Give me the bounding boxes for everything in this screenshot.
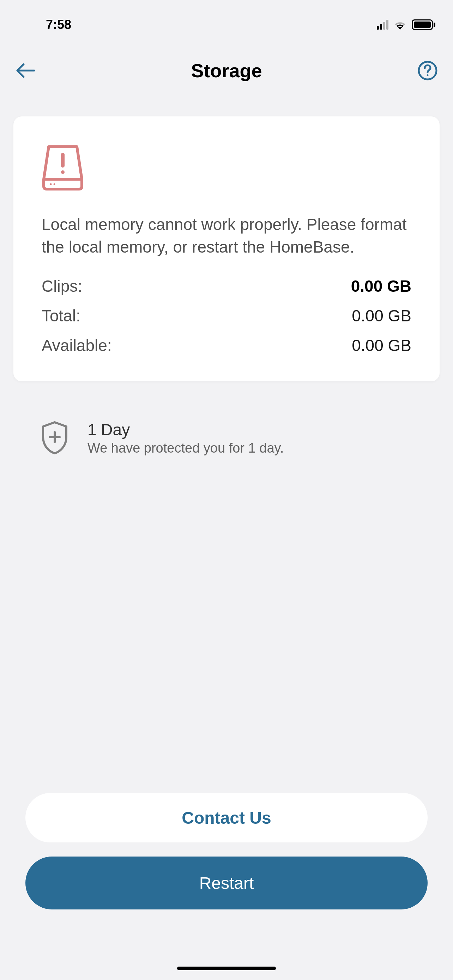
storage-warning-icon <box>41 145 84 191</box>
help-button[interactable] <box>417 60 438 81</box>
contact-us-button[interactable]: Contact Us <box>25 793 428 842</box>
page-title: Storage <box>191 60 262 81</box>
back-button[interactable] <box>15 60 36 81</box>
available-value: 0.00 GB <box>352 336 412 355</box>
clips-label: Clips: <box>41 277 82 296</box>
total-label: Total: <box>41 306 80 325</box>
status-icons <box>377 19 436 30</box>
stat-row-total: Total: 0.00 GB <box>41 301 412 331</box>
svg-point-6 <box>54 183 56 185</box>
protection-row: 1 Day We have protected you for 1 day. <box>39 420 453 456</box>
warning-message: Local memory cannot work properly. Pleas… <box>41 213 412 259</box>
protection-title: 1 Day <box>87 420 284 439</box>
stat-row-available: Available: 0.00 GB <box>41 331 412 360</box>
bottom-buttons: Contact Us Restart <box>0 793 453 910</box>
status-time: 7:58 <box>46 17 71 32</box>
svg-point-4 <box>61 170 65 174</box>
svg-point-1 <box>427 75 429 76</box>
status-bar: 7:58 <box>0 0 453 42</box>
storage-card: Local memory cannot work properly. Pleas… <box>13 116 440 381</box>
protection-subtitle: We have protected you for 1 day. <box>87 441 284 456</box>
total-value: 0.00 GB <box>352 306 412 325</box>
shield-plus-icon <box>39 420 71 455</box>
nav-header: Storage <box>0 42 453 95</box>
cellular-signal-icon <box>377 20 388 30</box>
wifi-icon <box>393 20 407 30</box>
battery-icon <box>412 19 436 30</box>
arrow-left-icon <box>16 63 35 78</box>
clips-value: 0.00 GB <box>351 277 412 296</box>
svg-point-5 <box>50 183 52 185</box>
home-indicator[interactable] <box>177 967 276 970</box>
available-label: Available: <box>41 336 112 355</box>
stat-row-clips: Clips: 0.00 GB <box>41 271 412 301</box>
help-icon <box>418 60 437 80</box>
stats-list: Clips: 0.00 GB Total: 0.00 GB Available:… <box>41 271 412 360</box>
restart-button[interactable]: Restart <box>25 856 428 910</box>
